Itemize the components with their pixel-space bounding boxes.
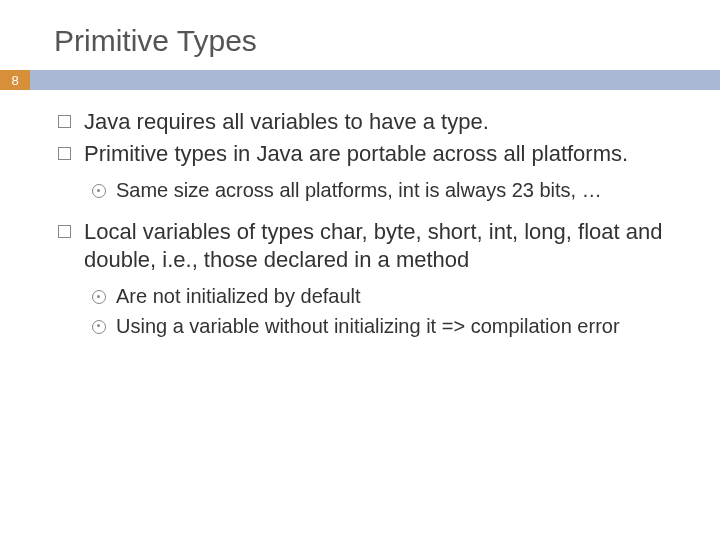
list-item-text: Local variables of types char, byte, sho… [84, 219, 662, 272]
list-item-text: Primitive types in Java are portable acr… [84, 141, 628, 166]
bullet-sublist: Are not initialized by default Using a v… [92, 284, 680, 339]
page-number-badge: 8 [0, 70, 30, 90]
content-area: Java requires all variables to have a ty… [0, 90, 720, 339]
header-bar: 8 [0, 70, 720, 90]
list-item: Local variables of types char, byte, sho… [56, 218, 680, 340]
list-item: Same size across all platforms, int is a… [92, 178, 680, 204]
slide: Primitive Types 8 Java requires all vari… [0, 0, 720, 540]
header-bar-fill [30, 70, 720, 90]
list-item: Primitive types in Java are portable acr… [56, 140, 680, 204]
list-item: Using a variable without initializing it… [92, 314, 680, 340]
list-item: Are not initialized by default [92, 284, 680, 310]
list-item: Java requires all variables to have a ty… [56, 108, 680, 136]
bullet-list: Java requires all variables to have a ty… [56, 108, 680, 339]
page-title: Primitive Types [0, 0, 720, 70]
bullet-sublist: Same size across all platforms, int is a… [92, 178, 680, 204]
